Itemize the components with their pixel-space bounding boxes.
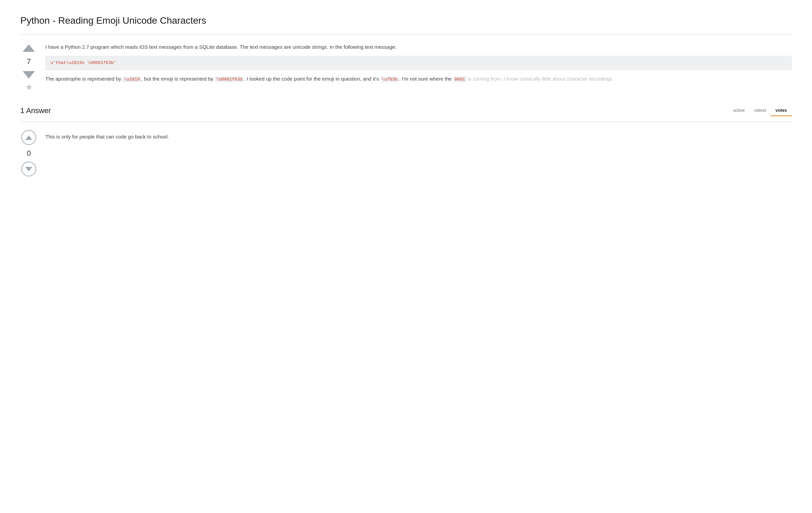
answer-body: This is only for people that can code go… [45, 130, 792, 176]
answer-upvote-icon [25, 135, 32, 140]
question-divider [20, 35, 792, 35]
inline-code-4: 0001 [453, 77, 466, 82]
inline-code-1: \u2019 [122, 77, 141, 82]
sort-tab-active[interactable]: active [728, 105, 749, 116]
star-icon: ★ [25, 82, 33, 92]
inline-code-2: \U0001f63b [215, 77, 244, 82]
answers-header: 1 Answer active oldest votes [20, 105, 792, 116]
sort-tab-oldest[interactable]: oldest [749, 105, 771, 116]
answer-item: 0 This is only for people that can code … [20, 130, 792, 176]
question-section: 7 ★ I have a Python 2.7 program which re… [20, 43, 792, 91]
answer-vote-count: 0 [27, 148, 31, 159]
inline-code-3: \uf63b [380, 77, 399, 82]
answer-downvote-icon [25, 167, 32, 171]
question-vote-count: 7 [27, 56, 31, 67]
answer-vote-column: 0 [20, 130, 37, 176]
question-vote-column: 7 ★ [20, 43, 37, 91]
sort-tab-votes[interactable]: votes [771, 105, 792, 116]
downvote-triangle-icon [23, 71, 35, 79]
question-favorite-button[interactable]: ★ [25, 83, 33, 91]
question-upvote-button[interactable] [21, 43, 36, 53]
answer-downvote-button[interactable] [21, 162, 36, 176]
upvote-triangle-icon [23, 44, 35, 52]
question-body: I have a Python 2.7 program which reads … [45, 43, 792, 91]
question-downvote-button[interactable] [21, 70, 36, 80]
sort-tabs: active oldest votes [728, 105, 792, 116]
question-detail: The apostrophe is represented by \u2019,… [45, 75, 792, 83]
question-code-sample: u'that\u2019s \U0001f63b' [45, 56, 792, 70]
answers-count-title: 1 Answer [20, 105, 51, 116]
answer-upvote-button[interactable] [21, 130, 36, 145]
answers-divider [20, 122, 792, 122]
question-intro: I have a Python 2.7 program which reads … [45, 43, 792, 51]
page-title: Python - Reading Emoji Unicode Character… [20, 14, 792, 28]
